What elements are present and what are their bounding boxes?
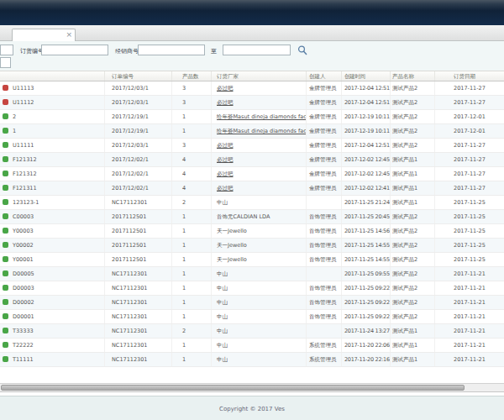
product-name-cell: 测试产品1 xyxy=(391,339,435,352)
vendor-cell: 首饰元CALDIAN LDA xyxy=(212,210,307,223)
order-id-cell: U11113 xyxy=(0,81,105,95)
order-id: F121312 xyxy=(13,171,37,177)
table-row[interactable]: D00005NC171123011中山2017-11-25 09:55测试产品2… xyxy=(0,267,504,281)
clipped-field-1[interactable] xyxy=(0,45,13,55)
clipped-field-2[interactable] xyxy=(0,57,11,68)
column-header[interactable]: 创建人 xyxy=(307,71,342,81)
order-id-cell: D00001 xyxy=(0,310,105,323)
created-time-cell: 2017-12-19 10:11 xyxy=(342,110,391,123)
product-name-cell: 测试产品2 xyxy=(391,210,435,223)
status-icon xyxy=(3,356,8,362)
dealer-no-filter-input[interactable] xyxy=(138,45,205,55)
column-header[interactable]: 订货厂家 xyxy=(212,71,307,81)
order-id: U11113 xyxy=(13,85,34,92)
horizontal-scrollbar-thumb[interactable] xyxy=(1,385,465,391)
date-filter-input[interactable] xyxy=(223,45,291,55)
table-row[interactable]: U111112017/12/03/13必过吧金牌管理员2017-12-04 12… xyxy=(0,139,504,153)
product-name-cell: 测试产品2 xyxy=(391,310,435,323)
vendor-cell[interactable]: 必过吧 xyxy=(212,167,307,181)
table-row[interactable]: D00002NC171123011中山首饰管理员2017-11-25 09:22… xyxy=(0,296,504,310)
status-icon xyxy=(3,99,8,105)
creator-cell xyxy=(307,267,342,281)
vendor-cell: 中山 xyxy=(212,310,307,323)
status-icon xyxy=(3,171,8,176)
table-row[interactable]: T33333NC171123012中山2017-11-24 13:27测试产品1… xyxy=(0,324,504,339)
table-row[interactable]: 123123-1NC171123012中山2017-11-25 21:24测试产… xyxy=(0,196,504,210)
order-id: U11112 xyxy=(13,99,34,106)
order-id: Y00001 xyxy=(13,256,34,263)
vendor-cell[interactable]: 给年荟Masut dineja diamonds fact xyxy=(212,110,307,123)
order-number-cell: 2017112501 xyxy=(105,210,172,223)
product-count-cell: 4 xyxy=(172,153,212,166)
order-no-filter-input[interactable] xyxy=(41,45,108,55)
creator-cell: 金牌管理员 xyxy=(307,153,342,166)
order-id-cell: C00003 xyxy=(0,210,105,223)
order-id: Y00003 xyxy=(13,228,34,234)
vendor-cell[interactable]: 必过吧 xyxy=(212,139,307,152)
creator-cell: 首饰管理员 xyxy=(307,281,342,295)
table-header-row: 订单编号产品数订货厂家创建人创建时间产品名称订货日期 xyxy=(0,71,504,81)
creator-cell: 金牌管理员 xyxy=(307,167,342,181)
status-icon xyxy=(3,342,8,348)
vendor-cell[interactable]: 必过吧 xyxy=(212,181,307,195)
date-to-label: 至 xyxy=(211,47,217,55)
table-row[interactable]: F1213112017/12/02/14必过吧金牌管理员2017-12-02 1… xyxy=(0,181,504,196)
status-icon xyxy=(3,113,8,119)
order-id-cell: T22222 xyxy=(0,339,105,352)
order-id-cell: D00005 xyxy=(0,267,105,281)
close-icon[interactable]: × xyxy=(66,30,72,39)
column-header[interactable]: 订货日期 xyxy=(435,71,504,81)
table-row[interactable]: 12017/12/19/11给年荟Masut dineja diamonds f… xyxy=(0,124,504,139)
vendor-cell[interactable]: 必过吧 xyxy=(212,81,307,95)
column-header[interactable]: 创建时间 xyxy=(342,71,391,81)
copyright-text: Copyright © 2017 Ves xyxy=(219,406,285,412)
product-count-cell: 3 xyxy=(172,81,212,95)
vendor-cell[interactable]: 必过吧 xyxy=(212,153,307,166)
product-name-cell: 测试产品2 xyxy=(391,81,435,95)
table-row[interactable]: D00003NC171123011中山首饰管理员2017-11-25 09:22… xyxy=(0,281,504,296)
table-row[interactable]: F1213122017/12/02/14必过吧金牌管理员2017-12-02 1… xyxy=(0,167,504,181)
dealer-no-filter-label: 经销商号: xyxy=(115,47,140,55)
table-row[interactable]: T22222NC171123011中山系统管理员2017-11-20 22:06… xyxy=(0,339,504,353)
product-name-cell: 测试产品2 xyxy=(391,139,435,152)
table-row[interactable]: U111132017/12/03/13必过吧金牌管理员2017-12-04 12… xyxy=(0,81,504,96)
order-date-cell: 2017-11-27 xyxy=(435,96,504,109)
column-header[interactable] xyxy=(0,71,105,81)
table-row[interactable]: C0000320171125011首饰元CALDIAN LDA首饰管理员2017… xyxy=(0,210,504,224)
order-id: D00001 xyxy=(13,313,34,320)
created-time-cell: 2017-12-02 12:45 xyxy=(342,153,391,166)
created-time-cell: 2017-12-04 12:51 xyxy=(342,139,391,152)
vendor-cell[interactable]: 必过吧 xyxy=(212,96,307,109)
status-icon xyxy=(3,213,8,219)
order-number-cell: 2017112501 xyxy=(105,224,172,238)
product-name-cell: 测试产品2 xyxy=(391,239,435,252)
table-row[interactable]: Y0000120171125011天一Jewello首饰管理员2017-11-2… xyxy=(0,253,504,267)
created-time-cell: 2017-11-25 09:22 xyxy=(342,310,391,323)
order-date-cell: 2017-11-27 xyxy=(435,81,504,95)
table-row[interactable]: 22017/12/19/11给年荟Masut dineja diamonds f… xyxy=(0,110,504,124)
status-icon xyxy=(3,228,8,234)
status-icon xyxy=(3,313,8,319)
vendor-cell[interactable]: 给年荟Masut dineja diamonds fact xyxy=(212,124,307,138)
horizontal-scrollbar[interactable] xyxy=(0,383,504,392)
order-date-cell: 2017-11-21 xyxy=(435,324,504,338)
vendor-cell: 中山 xyxy=(212,324,307,338)
column-header[interactable]: 订单编号 xyxy=(105,71,172,81)
table-row[interactable]: T11111NC171123011中山系统管理员2017-11-20 22:16… xyxy=(0,353,504,367)
table-row[interactable]: F1213122017/12/02/14必过吧金牌管理员2017-12-02 1… xyxy=(0,153,504,167)
table-row[interactable]: Y0000220171125011天一Jewello首饰管理员2017-11-2… xyxy=(0,239,504,253)
order-date-cell: 2017-11-21 xyxy=(435,296,504,309)
column-header[interactable]: 产品名称 xyxy=(391,71,435,81)
table-row[interactable]: D00001NC171123011中山首饰管理员2017-11-25 09:22… xyxy=(0,310,504,324)
product-name-cell: 测试产品2 xyxy=(391,281,435,295)
order-date-cell: 2017-11-21 xyxy=(435,281,504,295)
column-header[interactable]: 产品数 xyxy=(172,71,212,81)
tab-order-list[interactable]: × xyxy=(12,29,76,41)
order-date-cell: 2017-11-27 xyxy=(435,153,504,166)
creator-cell: 金牌管理员 xyxy=(307,181,342,195)
table-row[interactable]: U111122017/12/03/13必过吧金牌管理员2017-12-04 12… xyxy=(0,96,504,110)
order-number-cell: NC17112301 xyxy=(105,296,172,309)
search-icon[interactable] xyxy=(297,44,308,55)
table-row[interactable]: Y0000320171125011天一Jewello首饰管理员2017-11-2… xyxy=(0,224,504,239)
order-id-cell: F121311 xyxy=(0,181,105,195)
